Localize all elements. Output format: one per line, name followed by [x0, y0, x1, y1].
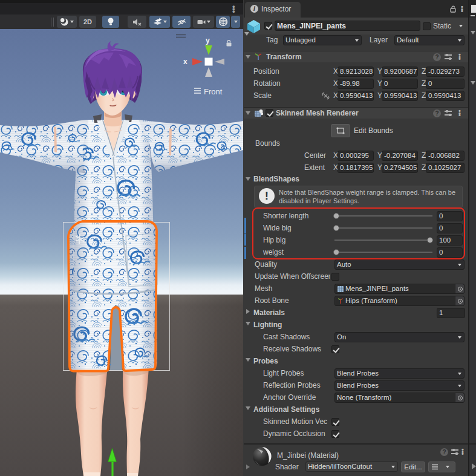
svg-text:x: x	[183, 57, 187, 66]
svg-text:y: y	[206, 36, 210, 45]
svg-text:Front: Front	[204, 87, 223, 96]
